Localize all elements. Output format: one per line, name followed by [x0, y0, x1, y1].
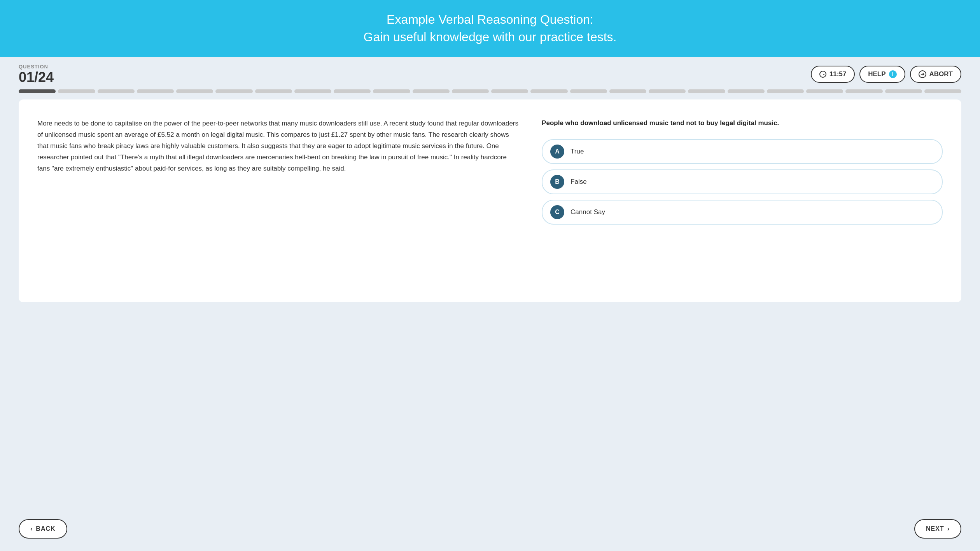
progress-segment [98, 89, 135, 93]
answer-option-b[interactable]: BFalse [542, 169, 943, 194]
timer-button[interactable]: 11:57 [811, 66, 855, 83]
option-text-a: True [570, 148, 584, 155]
header-line2: Gain useful knowledge with our practice … [364, 30, 617, 44]
back-button[interactable]: ‹ BACK [19, 519, 67, 539]
question-label: QUESTION 01/24 [19, 64, 54, 85]
info-icon: i [889, 70, 897, 78]
progress-segment [58, 89, 95, 93]
abort-icon: ➜ [919, 70, 926, 78]
progress-segment [452, 89, 489, 93]
progress-segment [530, 89, 567, 93]
abort-button[interactable]: ➜ ABORT [910, 66, 961, 83]
progress-segment [19, 89, 56, 93]
progress-segment [885, 89, 922, 93]
option-text-b: False [570, 178, 587, 186]
help-label: HELP [868, 70, 886, 78]
answer-options: ATrueBFalseCCannot Say [542, 139, 943, 225]
timer-value: 11:57 [830, 70, 846, 78]
question-bar: QUESTION 01/24 11:57 HELP i ➜ ABORT [0, 57, 980, 85]
question-section: People who download unlicensed music ten… [542, 118, 943, 225]
question-statement: People who download unlicensed music ten… [542, 118, 943, 128]
progress-segment [845, 89, 882, 93]
progress-segment [176, 89, 213, 93]
next-button[interactable]: NEXT › [914, 519, 961, 539]
progress-segment [255, 89, 292, 93]
progress-segment [373, 89, 410, 93]
progress-segment [570, 89, 607, 93]
progress-segment [924, 89, 961, 93]
next-label: NEXT [926, 525, 944, 532]
option-letter-c: C [550, 205, 564, 219]
bottom-nav: ‹ BACK NEXT › [0, 511, 980, 551]
progress-segment [137, 89, 174, 93]
clock-icon [819, 71, 826, 78]
back-label: BACK [36, 525, 55, 532]
question-number: 01/24 [19, 70, 54, 85]
header-line1: Example Verbal Reasoning Question: [387, 12, 593, 26]
option-letter-a: A [550, 145, 564, 159]
progress-segment [767, 89, 804, 93]
passage-text: More needs to be done to capitalise on t… [37, 118, 518, 174]
progress-segment [334, 89, 371, 93]
help-button[interactable]: HELP i [859, 66, 905, 83]
next-arrow-icon: › [947, 525, 950, 532]
header-banner: Example Verbal Reasoning Question: Gain … [0, 0, 980, 57]
progress-segment [649, 89, 686, 93]
progress-segment [609, 89, 646, 93]
main-content: More needs to be done to capitalise on t… [0, 99, 980, 511]
option-text-c: Cannot Say [570, 208, 605, 216]
back-arrow-icon: ‹ [30, 525, 33, 532]
progress-segment [688, 89, 725, 93]
progress-segment [215, 89, 252, 93]
progress-bar [0, 85, 980, 99]
answer-option-c[interactable]: CCannot Say [542, 200, 943, 225]
question-label-text: QUESTION [19, 64, 54, 70]
answer-option-a[interactable]: ATrue [542, 139, 943, 164]
progress-segment [806, 89, 843, 93]
abort-label: ABORT [929, 70, 953, 78]
passage-section: More needs to be done to capitalise on t… [37, 118, 518, 225]
progress-segment [413, 89, 450, 93]
option-letter-b: B [550, 175, 564, 189]
toolbar: 11:57 HELP i ➜ ABORT [811, 66, 961, 83]
question-card: More needs to be done to capitalise on t… [19, 99, 961, 302]
progress-segment [294, 89, 331, 93]
progress-segment [728, 89, 765, 93]
progress-segment [491, 89, 528, 93]
